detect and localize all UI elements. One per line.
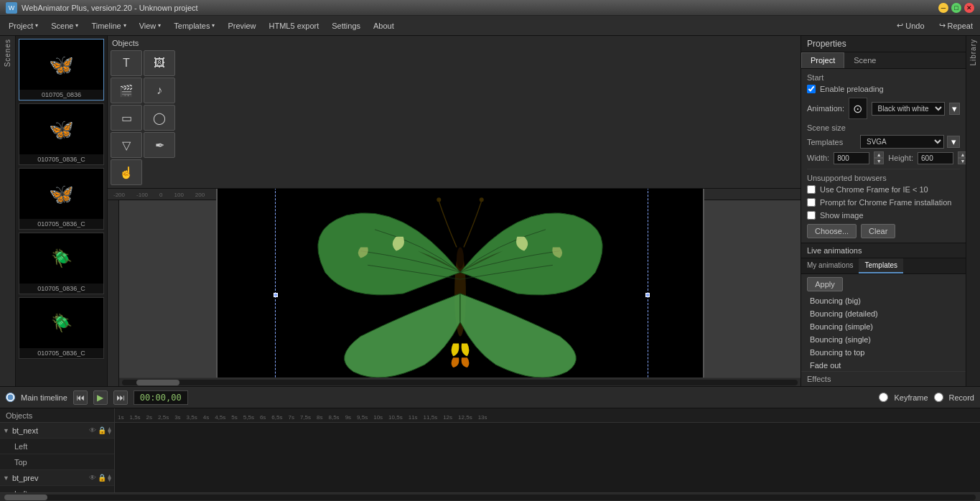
- clear-button[interactable]: Clear: [861, 224, 895, 238]
- track-lock-icon[interactable]: 🔒: [98, 426, 106, 434]
- animation-select-arrow[interactable]: ▾: [949, 103, 960, 115]
- timeline-content[interactable]: 1s1,5s2s2,5s3s3,5s4s4,5s5s5,5s6s6,5s7s7,…: [115, 408, 980, 492]
- objects-title: Objects: [111, 39, 798, 47]
- height-input[interactable]: [918, 152, 953, 164]
- menu-timeline[interactable]: Timeline ▾: [85, 18, 131, 34]
- minimize-button[interactable]: ─: [938, 3, 948, 13]
- thumb-image-5: 🪲: [19, 298, 103, 348]
- close-button[interactable]: ✕: [964, 3, 974, 13]
- canvas-horizontal-scrollbar[interactable]: [119, 378, 801, 386]
- line-tool-button[interactable]: ✒: [144, 132, 175, 158]
- thumb-image-3: 🦋: [19, 169, 103, 219]
- butterfly-icon-3: 🦋: [49, 182, 74, 206]
- track-group-header-bt-prev[interactable]: ▼ bt_prev 👁 🔒 ⧫: [0, 470, 114, 486]
- tab-templates[interactable]: Templates: [859, 258, 903, 273]
- redo-button[interactable]: ↪ Repeat: [935, 19, 977, 32]
- menu-html5export[interactable]: HTML5 export: [263, 18, 325, 34]
- track-visible-icon[interactable]: 👁: [89, 426, 96, 434]
- animation-item[interactable]: Fade out: [804, 359, 963, 371]
- properties-tabs: Project Scene: [801, 52, 966, 69]
- width-input[interactable]: [834, 152, 869, 164]
- play-button[interactable]: ▶: [93, 390, 108, 405]
- choose-button[interactable]: Choose...: [807, 224, 857, 238]
- thumbnail-5[interactable]: 🪲 010705_0836_C: [19, 297, 104, 359]
- bt-next-label: bt_next: [12, 426, 38, 435]
- thumbnail-4[interactable]: 🪲 010705_0836_C: [19, 233, 104, 294]
- video-tool-button[interactable]: 🎬: [111, 78, 142, 103]
- scroll-thumb[interactable]: [136, 380, 179, 385]
- apply-button[interactable]: Apply: [807, 277, 843, 291]
- play-forward-button[interactable]: ⏭: [113, 390, 128, 405]
- text-tool-button[interactable]: T: [111, 50, 142, 76]
- animation-item[interactable]: Bouncing (detailed): [804, 307, 963, 320]
- canvas-viewport-container[interactable]: [119, 200, 801, 386]
- enable-preloading-checkbox[interactable]: [807, 85, 816, 93]
- tab-project[interactable]: Project: [801, 52, 844, 68]
- templates-arrow[interactable]: ▾: [947, 136, 960, 148]
- thumb-label-3: 010705_0836_C: [19, 219, 103, 229]
- animation-item[interactable]: Bouncing (simple): [804, 320, 963, 333]
- animation-item[interactable]: Bouncing to top: [804, 346, 963, 359]
- tab-my-animations[interactable]: My animations: [801, 258, 859, 273]
- thumbnail-2[interactable]: 🦋 010705_0836_C: [19, 103, 104, 165]
- butterfly-icon-2: 🦋: [49, 118, 74, 141]
- animation-item[interactable]: Bouncing (big): [804, 294, 963, 307]
- thumbnail-1[interactable]: 🦋 010705_0836: [19, 39, 104, 100]
- thumbnail-3[interactable]: 🦋 010705_0836_C: [19, 168, 104, 230]
- record-label: Record: [949, 393, 974, 402]
- cursor-tool-button[interactable]: ☝: [111, 159, 142, 185]
- enable-preloading-label: Enable preloading: [820, 85, 884, 93]
- ellipse-tool-button[interactable]: ◯: [144, 105, 175, 131]
- redo-icon: ↪: [939, 21, 946, 30]
- chrome-frame-checkbox[interactable]: [807, 185, 816, 194]
- track-key-icon-2[interactable]: ⧫: [108, 474, 111, 482]
- library-strip[interactable]: Library: [966, 36, 980, 386]
- prompt-chrome-checkbox[interactable]: [807, 198, 816, 207]
- image-tool-button[interactable]: 🖼: [144, 50, 175, 76]
- bt-prev-label: bt_prev: [12, 474, 39, 482]
- thumbnails-panel[interactable]: 🦋 010705_0836 🦋 010705_0836_C 🦋 010705_0…: [16, 36, 108, 386]
- menu-about[interactable]: About: [368, 18, 400, 34]
- templates-select[interactable]: SVGA: [860, 135, 944, 149]
- maximize-button[interactable]: □: [951, 3, 961, 13]
- timeline-scrollbar[interactable]: [0, 492, 980, 501]
- triangle-tool-button[interactable]: ▽: [111, 132, 142, 158]
- menu-templates[interactable]: Templates ▾: [168, 18, 220, 34]
- chrome-frame-label: Use Chrome Frame for IE < 10: [820, 185, 928, 194]
- menu-preview[interactable]: Preview: [222, 18, 261, 34]
- menu-scene[interactable]: Scene ▾: [45, 18, 84, 34]
- width-up[interactable]: ▲: [874, 151, 884, 158]
- canvas-area[interactable]: -200 -100 0 100 200 300 400 500 600 700 …: [108, 189, 801, 386]
- window-controls[interactable]: ─ □ ✕: [938, 3, 974, 13]
- play-back-button[interactable]: ⏮: [73, 390, 88, 405]
- track-group-bt-next: ▼ bt_next 👁 🔒 ⧫ Left Top: [0, 423, 114, 470]
- track-visible-icon-2[interactable]: 👁: [89, 474, 96, 482]
- tl-scroll-thumb[interactable]: [4, 495, 47, 500]
- keyframe-label: Keyframe: [894, 393, 928, 402]
- audio-tool-button[interactable]: ♪: [144, 78, 175, 103]
- main-timeline-radio[interactable]: [6, 393, 15, 402]
- unsupported-title: Unsupported browsers: [807, 174, 960, 182]
- track-group-header-bt-next[interactable]: ▼ bt_next 👁 🔒 ⧫: [0, 423, 114, 439]
- live-animations-title: Live animations: [801, 243, 966, 258]
- ruler-tick: 8,5s: [326, 414, 342, 421]
- ruler-tick: 8s: [314, 414, 325, 421]
- animation-select[interactable]: Black with white: [872, 102, 945, 116]
- animation-item[interactable]: Bouncing (single): [804, 333, 963, 346]
- rect-tool-button[interactable]: ▭: [111, 105, 142, 131]
- width-down[interactable]: ▼: [874, 158, 884, 164]
- show-image-checkbox[interactable]: [807, 211, 816, 220]
- track-key-icon[interactable]: ⧫: [108, 426, 111, 434]
- timeline-track-area[interactable]: [115, 423, 980, 492]
- menu-view[interactable]: View ▾: [134, 18, 167, 34]
- track-lock-icon-2[interactable]: 🔒: [98, 474, 106, 482]
- animation-preview-icon: ⊙: [849, 98, 867, 119]
- undo-icon: ↩: [897, 21, 903, 30]
- tab-scene[interactable]: Scene: [844, 52, 885, 68]
- menu-project[interactable]: Project ▾: [3, 18, 44, 34]
- canvas-viewport[interactable]: [216, 189, 704, 386]
- record-radio[interactable]: [934, 393, 943, 402]
- undo-button[interactable]: ↩ Undo: [892, 19, 928, 32]
- keyframe-radio[interactable]: [879, 393, 888, 402]
- menu-settings[interactable]: Settings: [326, 18, 366, 34]
